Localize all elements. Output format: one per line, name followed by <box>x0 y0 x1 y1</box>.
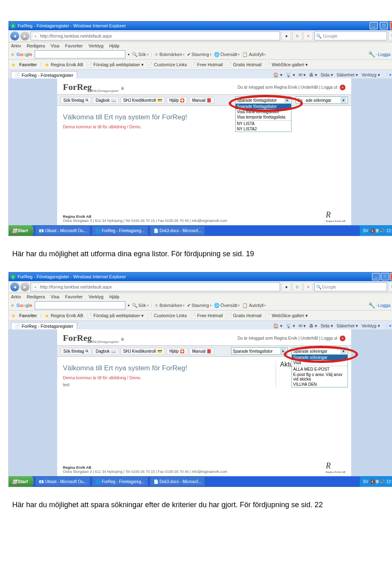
window-titlebar: e ForReg - Företagsregister - Windows In… <box>9 21 392 30</box>
forward-button[interactable]: ► <box>20 31 29 40</box>
welcome-subtext: Denna kommun är till för utbildning / De… <box>63 376 276 380</box>
google-sok[interactable]: 🔍 Sök ▾ <box>132 52 149 57</box>
forreg-toolbar: Sök företag ⚲ Dagbok 📖 SHJ Kreditkontrol… <box>57 94 351 106</box>
dd-item[interactable]: VILLHA DEN <box>292 382 347 387</box>
shj-button[interactable]: SHJ Kreditkontroll 💳 <box>120 348 165 355</box>
favorites-bar: ★ Favoriter | ★Regina Ervik AB 📄Förslag … <box>9 60 392 70</box>
dd-item[interactable]: NY LISTA <box>236 121 291 126</box>
browser-tab[interactable]: 📄 ForReg - Företagsregister <box>11 71 77 78</box>
address-bar[interactable]: ehttp://forreg.tankbar.net/default.aspx <box>31 31 280 40</box>
close-toolbar-icon[interactable]: × <box>11 51 14 58</box>
menu-hjalp[interactable]: Hjälp <box>109 43 119 48</box>
browser-search-box[interactable]: 🔍Google <box>314 31 387 40</box>
dd-item[interactable]: Sparade företagslistor <box>236 104 291 109</box>
feeds-icon[interactable]: 📡 ▾ <box>286 72 295 78</box>
close-button[interactable]: × <box>390 22 392 29</box>
ie-icon: e <box>10 23 16 29</box>
address-bar[interactable]: ehttp://forreg.tankbar.net/default.aspx <box>31 282 280 291</box>
manual-button[interactable]: Manual 📕 <box>189 97 214 104</box>
refresh-button[interactable]: ↻ <box>292 31 302 40</box>
r-logo: RRegina Ervik AB <box>326 210 345 223</box>
google-oversatt[interactable]: 🌐 Översätt ▾ <box>214 52 240 57</box>
hjalp-button[interactable]: Hjälp 🛟 <box>167 348 188 355</box>
shj-button[interactable]: SHJ Kreditkontroll 💳 <box>120 97 165 104</box>
dd-item[interactable]: Visa <box>292 360 347 365</box>
back-button[interactable]: ◄ <box>10 282 19 291</box>
page-icon: e <box>32 33 39 39</box>
search-placeholder: Google <box>323 34 337 38</box>
dropdown-sokningar-collapsed[interactable]: Sp ade sökningar▾ <box>296 96 348 104</box>
cmd-verktyg[interactable]: Verktyg ▾ <box>361 72 380 78</box>
dropdown-sokningar[interactable]: Sparade sökningar▾ Sparade sökningar Vis… <box>292 347 348 355</box>
forward-button[interactable]: ► <box>20 282 29 291</box>
close-button[interactable]: × <box>390 273 392 280</box>
back-button[interactable]: ◄ <box>10 31 19 40</box>
google-login[interactable]: Logga in <box>378 52 392 57</box>
favlink-3[interactable]: 📄Free Hotmail <box>190 62 223 67</box>
google-autofyll[interactable]: 📋 Autofyll ▾ <box>242 52 266 57</box>
favlink-2[interactable]: 📄Customize Links <box>147 62 187 67</box>
test-text: test <box>63 383 276 387</box>
favorites-star-icon[interactable]: ★ <box>11 62 16 68</box>
google-logo: Google <box>17 52 32 57</box>
print-icon[interactable]: 🖶 ▾ <box>309 72 317 78</box>
minimize-button[interactable]: _ <box>372 273 380 280</box>
google-search-input[interactable] <box>35 50 125 58</box>
caption-2: Här har du möjlighet att spara sökningar… <box>12 499 392 510</box>
menu-visa[interactable]: Visa <box>51 43 59 48</box>
navigation-bar: ◄ ► ehttp://forreg.tankbar.net/default.a… <box>9 30 392 42</box>
help-icon[interactable]: ❔▾ <box>383 72 392 78</box>
stop-button[interactable]: × <box>303 31 313 40</box>
favorites-label: Favoriter <box>19 62 37 67</box>
sok-foretag-button[interactable]: Sök företag ⚲ <box>60 97 91 104</box>
minimize-button[interactable]: _ <box>370 22 378 29</box>
favlink-0[interactable]: ★Regina Ervik AB <box>45 62 83 68</box>
dropdown-foretagslistor-2[interactable]: Sparade företagslistor▾ <box>231 347 287 355</box>
windows-taskbar: 🪟 Start 📧 Utkast - Microsoft Ou... 🌐 For… <box>9 225 392 236</box>
menu-arkiv[interactable]: Arkiv <box>11 43 21 48</box>
dropdown-foretagslistor[interactable]: Sparade företagslistor▾ Sparade företags… <box>235 96 292 104</box>
menu-redigera[interactable]: Redigera <box>27 43 45 48</box>
browser-search-box[interactable]: 🔍 Google <box>314 282 387 291</box>
browser-menubar: Arkiv Redigera Visa Favoriter Verktyg Hj… <box>9 42 392 49</box>
task-item-2[interactable]: 📄 Dok3.docx - Microsof... <box>150 226 205 235</box>
dd-item[interactable]: Sparade sökningar <box>292 355 347 360</box>
dd-item[interactable]: NY LISTA2 <box>236 126 291 132</box>
dd-item[interactable]: Visa temporär företagslista <box>236 114 291 120</box>
dagbok-button[interactable]: Dagbok 📖 <box>93 97 118 104</box>
task-item-0[interactable]: 📧 Utkast - Microsoft Ou... <box>35 226 90 235</box>
page-number: 4 <box>8 8 392 17</box>
start-button[interactable]: 🪟 Start <box>9 225 33 236</box>
page-content: ForRegDitt företagsregister ® Du är inlo… <box>9 78 392 225</box>
dropdown-button[interactable]: ▾ <box>281 31 291 40</box>
url-text: http://forreg.tankbar.net/default.aspx <box>40 34 112 38</box>
task-item-1[interactable]: 🌐 ForReg - Företagsreg... <box>92 226 148 235</box>
dd-item[interactable]: Visa mina företagslistor <box>236 109 291 114</box>
cmd-sakerhet[interactable]: Säkerhet ▾ <box>336 72 358 78</box>
google-stavning[interactable]: ✔ Stavning ▾ <box>187 52 212 57</box>
logout-icon[interactable]: × <box>340 85 345 90</box>
home-icon[interactable]: 🏠 ▾ <box>273 72 283 78</box>
search-go-button[interactable]: 🔍 <box>388 31 392 40</box>
window-buttons: _ □ × <box>369 22 392 29</box>
menu-favoriter[interactable]: Favoriter <box>65 43 82 48</box>
favlink-4[interactable]: 📄Gratis Hotmail <box>226 62 262 67</box>
sok-foretag-button[interactable]: Sök företag ⚲ <box>60 348 91 355</box>
command-bar: 🏠 ▾ 📡 ▾ ✉ ▾ 🖶 ▾ Sida ▾ Säkerhet ▾ Verkty… <box>273 72 392 78</box>
dropdown-list: Sparade företagslistor Visa mina företag… <box>235 103 292 132</box>
favlink-1[interactable]: 📄Förslag på webbplatser ▾ <box>87 62 144 67</box>
dd-item[interactable]: ALLA MED E-POST <box>292 367 347 372</box>
cmd-sida[interactable]: Sida ▾ <box>321 72 333 78</box>
mail-icon[interactable]: ✉ ▾ <box>298 72 306 78</box>
manual-button[interactable]: Manual 📕 <box>189 348 214 355</box>
wrench-icon[interactable]: 🔧 <box>368 51 375 58</box>
maximize-button[interactable]: □ <box>380 22 388 29</box>
dd-item[interactable]: E-post ftg o ansv. Välj ansv vid skicka <box>292 372 347 382</box>
forreg-footer: Regina Ervik AB Östra Storgatan 3 | 611 … <box>63 215 345 223</box>
favlink-5[interactable]: 📄WebSlice-galleri ▾ <box>265 62 307 67</box>
dagbok-button[interactable]: Dagbok 📖 <box>93 348 118 355</box>
menu-verktyg[interactable]: Verktyg <box>89 43 104 48</box>
google-bokmarken[interactable]: ☆ Bokmärken ▾ <box>154 52 185 57</box>
maximize-button[interactable]: □ <box>381 273 389 280</box>
hjalp-button[interactable]: Hjälp 🛟 <box>167 97 188 104</box>
